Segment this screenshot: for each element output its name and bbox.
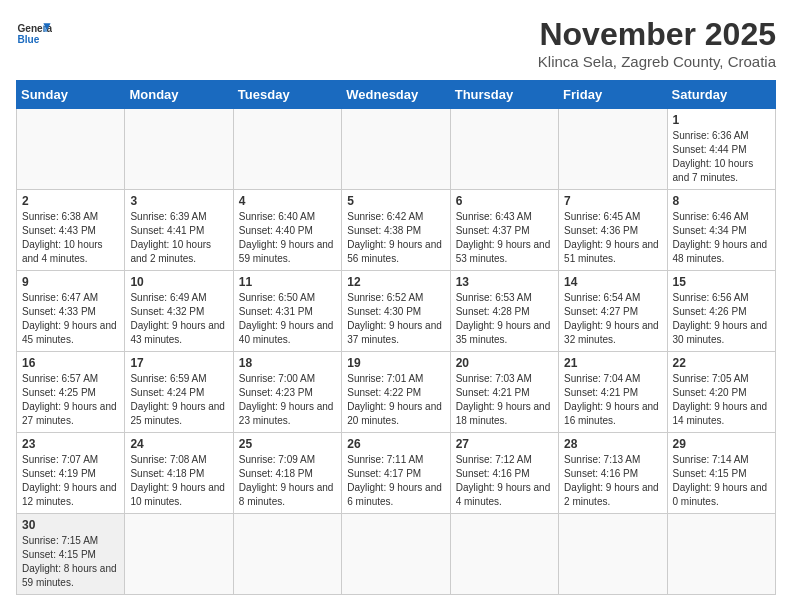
calendar-cell: 17Sunrise: 6:59 AM Sunset: 4:24 PM Dayli… bbox=[125, 352, 233, 433]
day-info: Sunrise: 7:14 AM Sunset: 4:15 PM Dayligh… bbox=[673, 453, 770, 509]
weekday-header-row: SundayMondayTuesdayWednesdayThursdayFrid… bbox=[17, 81, 776, 109]
day-number: 28 bbox=[564, 437, 661, 451]
calendar-cell: 1Sunrise: 6:36 AM Sunset: 4:44 PM Daylig… bbox=[667, 109, 775, 190]
day-number: 17 bbox=[130, 356, 227, 370]
calendar-cell bbox=[233, 109, 341, 190]
day-number: 11 bbox=[239, 275, 336, 289]
day-info: Sunrise: 7:15 AM Sunset: 4:15 PM Dayligh… bbox=[22, 534, 119, 590]
day-info: Sunrise: 6:38 AM Sunset: 4:43 PM Dayligh… bbox=[22, 210, 119, 266]
day-number: 27 bbox=[456, 437, 553, 451]
calendar-cell: 14Sunrise: 6:54 AM Sunset: 4:27 PM Dayli… bbox=[559, 271, 667, 352]
weekday-header-wednesday: Wednesday bbox=[342, 81, 450, 109]
day-number: 5 bbox=[347, 194, 444, 208]
day-info: Sunrise: 6:47 AM Sunset: 4:33 PM Dayligh… bbox=[22, 291, 119, 347]
calendar-cell bbox=[450, 514, 558, 595]
calendar-week-row: 16Sunrise: 6:57 AM Sunset: 4:25 PM Dayli… bbox=[17, 352, 776, 433]
calendar-cell bbox=[125, 109, 233, 190]
calendar-week-row: 23Sunrise: 7:07 AM Sunset: 4:19 PM Dayli… bbox=[17, 433, 776, 514]
weekday-header-thursday: Thursday bbox=[450, 81, 558, 109]
calendar-week-row: 9Sunrise: 6:47 AM Sunset: 4:33 PM Daylig… bbox=[17, 271, 776, 352]
calendar-week-row: 30Sunrise: 7:15 AM Sunset: 4:15 PM Dayli… bbox=[17, 514, 776, 595]
day-info: Sunrise: 6:56 AM Sunset: 4:26 PM Dayligh… bbox=[673, 291, 770, 347]
day-number: 13 bbox=[456, 275, 553, 289]
svg-text:Blue: Blue bbox=[17, 34, 39, 45]
day-number: 29 bbox=[673, 437, 770, 451]
day-number: 26 bbox=[347, 437, 444, 451]
weekday-header-saturday: Saturday bbox=[667, 81, 775, 109]
calendar-cell bbox=[342, 109, 450, 190]
day-info: Sunrise: 6:40 AM Sunset: 4:40 PM Dayligh… bbox=[239, 210, 336, 266]
day-info: Sunrise: 6:53 AM Sunset: 4:28 PM Dayligh… bbox=[456, 291, 553, 347]
day-number: 20 bbox=[456, 356, 553, 370]
calendar-subtitle: Klinca Sela, Zagreb County, Croatia bbox=[538, 53, 776, 70]
calendar-cell: 25Sunrise: 7:09 AM Sunset: 4:18 PM Dayli… bbox=[233, 433, 341, 514]
calendar-cell: 29Sunrise: 7:14 AM Sunset: 4:15 PM Dayli… bbox=[667, 433, 775, 514]
calendar-cell: 23Sunrise: 7:07 AM Sunset: 4:19 PM Dayli… bbox=[17, 433, 125, 514]
day-number: 25 bbox=[239, 437, 336, 451]
header: General Blue November 2025 Klinca Sela, … bbox=[16, 16, 776, 70]
calendar-cell: 10Sunrise: 6:49 AM Sunset: 4:32 PM Dayli… bbox=[125, 271, 233, 352]
calendar-cell: 28Sunrise: 7:13 AM Sunset: 4:16 PM Dayli… bbox=[559, 433, 667, 514]
day-number: 19 bbox=[347, 356, 444, 370]
day-number: 16 bbox=[22, 356, 119, 370]
day-info: Sunrise: 7:12 AM Sunset: 4:16 PM Dayligh… bbox=[456, 453, 553, 509]
calendar-cell: 4Sunrise: 6:40 AM Sunset: 4:40 PM Daylig… bbox=[233, 190, 341, 271]
day-number: 30 bbox=[22, 518, 119, 532]
day-info: Sunrise: 7:04 AM Sunset: 4:21 PM Dayligh… bbox=[564, 372, 661, 428]
day-info: Sunrise: 7:08 AM Sunset: 4:18 PM Dayligh… bbox=[130, 453, 227, 509]
calendar-cell: 24Sunrise: 7:08 AM Sunset: 4:18 PM Dayli… bbox=[125, 433, 233, 514]
calendar-cell: 22Sunrise: 7:05 AM Sunset: 4:20 PM Dayli… bbox=[667, 352, 775, 433]
day-number: 22 bbox=[673, 356, 770, 370]
day-info: Sunrise: 6:36 AM Sunset: 4:44 PM Dayligh… bbox=[673, 129, 770, 185]
calendar-cell bbox=[233, 514, 341, 595]
calendar-cell: 11Sunrise: 6:50 AM Sunset: 4:31 PM Dayli… bbox=[233, 271, 341, 352]
calendar-cell bbox=[125, 514, 233, 595]
calendar-cell bbox=[667, 514, 775, 595]
weekday-header-sunday: Sunday bbox=[17, 81, 125, 109]
calendar-table: SundayMondayTuesdayWednesdayThursdayFrid… bbox=[16, 80, 776, 595]
day-number: 14 bbox=[564, 275, 661, 289]
day-number: 12 bbox=[347, 275, 444, 289]
day-number: 8 bbox=[673, 194, 770, 208]
day-number: 24 bbox=[130, 437, 227, 451]
calendar-cell: 18Sunrise: 7:00 AM Sunset: 4:23 PM Dayli… bbox=[233, 352, 341, 433]
calendar-cell: 8Sunrise: 6:46 AM Sunset: 4:34 PM Daylig… bbox=[667, 190, 775, 271]
calendar-cell: 19Sunrise: 7:01 AM Sunset: 4:22 PM Dayli… bbox=[342, 352, 450, 433]
day-info: Sunrise: 6:59 AM Sunset: 4:24 PM Dayligh… bbox=[130, 372, 227, 428]
day-number: 15 bbox=[673, 275, 770, 289]
day-info: Sunrise: 6:54 AM Sunset: 4:27 PM Dayligh… bbox=[564, 291, 661, 347]
title-area: November 2025 Klinca Sela, Zagreb County… bbox=[538, 16, 776, 70]
day-info: Sunrise: 7:11 AM Sunset: 4:17 PM Dayligh… bbox=[347, 453, 444, 509]
weekday-header-monday: Monday bbox=[125, 81, 233, 109]
calendar-cell: 7Sunrise: 6:45 AM Sunset: 4:36 PM Daylig… bbox=[559, 190, 667, 271]
day-info: Sunrise: 6:43 AM Sunset: 4:37 PM Dayligh… bbox=[456, 210, 553, 266]
calendar-cell: 21Sunrise: 7:04 AM Sunset: 4:21 PM Dayli… bbox=[559, 352, 667, 433]
day-info: Sunrise: 6:52 AM Sunset: 4:30 PM Dayligh… bbox=[347, 291, 444, 347]
calendar-cell: 2Sunrise: 6:38 AM Sunset: 4:43 PM Daylig… bbox=[17, 190, 125, 271]
day-info: Sunrise: 7:09 AM Sunset: 4:18 PM Dayligh… bbox=[239, 453, 336, 509]
day-info: Sunrise: 6:45 AM Sunset: 4:36 PM Dayligh… bbox=[564, 210, 661, 266]
day-info: Sunrise: 6:42 AM Sunset: 4:38 PM Dayligh… bbox=[347, 210, 444, 266]
day-number: 4 bbox=[239, 194, 336, 208]
day-info: Sunrise: 6:57 AM Sunset: 4:25 PM Dayligh… bbox=[22, 372, 119, 428]
day-number: 6 bbox=[456, 194, 553, 208]
calendar-cell bbox=[450, 109, 558, 190]
day-number: 7 bbox=[564, 194, 661, 208]
day-info: Sunrise: 6:49 AM Sunset: 4:32 PM Dayligh… bbox=[130, 291, 227, 347]
day-info: Sunrise: 7:07 AM Sunset: 4:19 PM Dayligh… bbox=[22, 453, 119, 509]
calendar-cell bbox=[559, 514, 667, 595]
calendar-cell: 27Sunrise: 7:12 AM Sunset: 4:16 PM Dayli… bbox=[450, 433, 558, 514]
calendar-cell: 12Sunrise: 6:52 AM Sunset: 4:30 PM Dayli… bbox=[342, 271, 450, 352]
calendar-cell: 26Sunrise: 7:11 AM Sunset: 4:17 PM Dayli… bbox=[342, 433, 450, 514]
day-number: 23 bbox=[22, 437, 119, 451]
calendar-cell bbox=[17, 109, 125, 190]
day-number: 10 bbox=[130, 275, 227, 289]
day-info: Sunrise: 7:03 AM Sunset: 4:21 PM Dayligh… bbox=[456, 372, 553, 428]
day-number: 18 bbox=[239, 356, 336, 370]
calendar-week-row: 2Sunrise: 6:38 AM Sunset: 4:43 PM Daylig… bbox=[17, 190, 776, 271]
calendar-cell: 9Sunrise: 6:47 AM Sunset: 4:33 PM Daylig… bbox=[17, 271, 125, 352]
calendar-cell: 6Sunrise: 6:43 AM Sunset: 4:37 PM Daylig… bbox=[450, 190, 558, 271]
weekday-header-tuesday: Tuesday bbox=[233, 81, 341, 109]
logo: General Blue bbox=[16, 16, 52, 52]
logo-icon: General Blue bbox=[16, 16, 52, 52]
